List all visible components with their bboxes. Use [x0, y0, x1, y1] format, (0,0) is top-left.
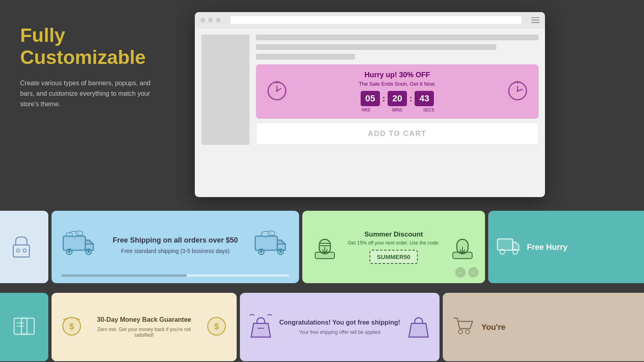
- svg-point-51: [466, 330, 470, 334]
- coupon-code: SUMMER50: [369, 250, 417, 264]
- colon-1: :: [382, 93, 385, 104]
- browser-titlebar: [195, 12, 545, 28]
- svg-point-23: [76, 231, 83, 236]
- congrats-card: Congratulations! You got free shipping! …: [240, 293, 440, 361]
- card-2-1-partial: [0, 293, 48, 361]
- svg-point-24: [66, 232, 72, 237]
- svg-point-6: [276, 90, 278, 92]
- svg-rect-14: [13, 245, 29, 257]
- shipping-card-text: Free Shipping on all orders over $50 Fre…: [102, 236, 248, 254]
- dot-green: [216, 18, 221, 23]
- banner-title: Hurry up! 30% OFF: [290, 71, 505, 79]
- mins-block: 20: [388, 91, 407, 106]
- svg-point-50: [458, 330, 462, 334]
- money-back-title: 30-Day Money Back Guarantee: [89, 316, 200, 323]
- svg-text:$: $: [214, 321, 219, 331]
- prev-arrow[interactable]: ‹: [455, 267, 466, 278]
- svg-rect-33: [315, 252, 334, 259]
- card-1-partial: [0, 211, 48, 283]
- dot-yellow: [208, 18, 213, 23]
- svg-point-31: [268, 231, 275, 236]
- text-line-2: [256, 44, 496, 50]
- svg-point-29: [279, 251, 282, 253]
- countdown-timer: 05 : 20 : 43: [290, 91, 505, 106]
- hours-block: 05: [361, 91, 380, 106]
- bag-icon-left: [248, 312, 274, 342]
- browser-content: Hurry up! 30% OFF The Sale Ends Soon, Ge…: [195, 28, 545, 151]
- colon-2: :: [409, 93, 412, 104]
- left-panel: Fully Customizable Create various types …: [0, 0, 185, 205]
- text-line-1: [256, 35, 539, 40]
- money-icon-left: $: [60, 313, 84, 341]
- summer-discount-card: Summer Discount Get 15% off your next or…: [302, 211, 485, 283]
- shipping-card-subtitle: Free standard shipping (3-5 business day…: [102, 248, 248, 254]
- svg-rect-25: [255, 236, 277, 250]
- banner-subtitle: The Sale Ends Soon, Get It Now.: [290, 81, 505, 87]
- time-labels: HRS MINS SECS: [290, 108, 505, 112]
- svg-text:$: $: [69, 321, 74, 331]
- progress-bar-fill: [61, 274, 187, 277]
- banner-center: Hurry up! 30% OFF The Sale Ends Soon, Ge…: [290, 71, 505, 112]
- svg-rect-17: [63, 236, 85, 250]
- youre-card-partial: You're: [443, 293, 644, 361]
- clock-icon-left: [264, 76, 290, 107]
- cards-row-2: $ 30-Day Money Back Guarantee Zero risk.…: [0, 290, 644, 362]
- svg-rect-37: [453, 252, 472, 259]
- address-bar: [230, 16, 522, 25]
- hrs-label: HRS: [356, 108, 376, 112]
- summer-discount-subtitle: Get 15% off your next order. Use the cod…: [343, 240, 445, 246]
- truck-icon-partial: [496, 234, 520, 260]
- truck-icon-right: [253, 230, 289, 260]
- shipping-card-title: Free Shipping on all orders over $50: [102, 236, 248, 245]
- dot-red: [200, 18, 205, 23]
- summer-discount-title: Summer Discount: [343, 230, 445, 239]
- cart-icon: [451, 314, 475, 340]
- youre-title: You're: [481, 323, 506, 332]
- hand-icon-right: [450, 231, 475, 263]
- congrats-subtitle: Your free shipping offer will be applied: [279, 329, 401, 335]
- bag-icon-right: [406, 312, 431, 342]
- free-hurry-card: Free Hurry: [488, 211, 644, 283]
- congrats-title: Congratulations! You got free shipping!: [279, 319, 401, 326]
- cards-row-1: Free Shipping on all orders over $50 Fre…: [0, 208, 644, 286]
- hand-icon-left: [312, 231, 338, 263]
- free-hurry-title: Free Hurry: [527, 243, 568, 252]
- shipping-card: Free Shipping on all orders over $50 Fre…: [52, 211, 299, 283]
- summer-discount-text: Summer Discount Get 15% off your next or…: [343, 230, 445, 264]
- congrats-text: Congratulations! You got free shipping! …: [279, 319, 401, 335]
- svg-rect-38: [497, 239, 513, 250]
- browser-window: Hurry up! 30% OFF The Sale Ends Soon, Ge…: [195, 12, 545, 197]
- mins-label: MINS: [388, 108, 407, 112]
- hamburger-menu[interactable]: [531, 17, 539, 23]
- product-info: Hurry up! 30% OFF The Sale Ends Soon, Ge…: [256, 35, 539, 145]
- svg-point-19: [68, 251, 70, 253]
- svg-point-13: [517, 90, 519, 92]
- money-back-card: $ 30-Day Money Back Guarantee Zero risk.…: [52, 293, 237, 361]
- product-thumbnail: [201, 35, 250, 145]
- clock-icon-right: [505, 76, 530, 107]
- svg-point-27: [260, 251, 262, 253]
- secs-label: SECS: [419, 108, 438, 112]
- truck-icon-left: [61, 230, 97, 260]
- add-to-cart-button[interactable]: ADD TO CART: [256, 123, 539, 145]
- text-line-3: [256, 54, 355, 60]
- svg-point-16: [23, 249, 26, 252]
- money-back-text: 30-Day Money Back Guarantee Zero risk. G…: [89, 316, 200, 338]
- nav-arrows: ‹ ›: [455, 267, 479, 278]
- money-back-subtitle: Zero risk. Get your money back if you're…: [89, 327, 200, 338]
- page-title: Fully Customizable: [20, 24, 165, 68]
- svg-point-21: [87, 251, 90, 253]
- hurry-banner: Hurry up! 30% OFF The Sale Ends Soon, Ge…: [256, 64, 539, 119]
- progress-bar-bg: [61, 274, 289, 277]
- page-description: Create various types of banners, popups,…: [20, 78, 165, 109]
- money-icon-right: $: [204, 313, 229, 341]
- next-arrow[interactable]: ›: [468, 267, 479, 278]
- svg-point-15: [17, 249, 20, 252]
- secs-block: 43: [415, 91, 434, 106]
